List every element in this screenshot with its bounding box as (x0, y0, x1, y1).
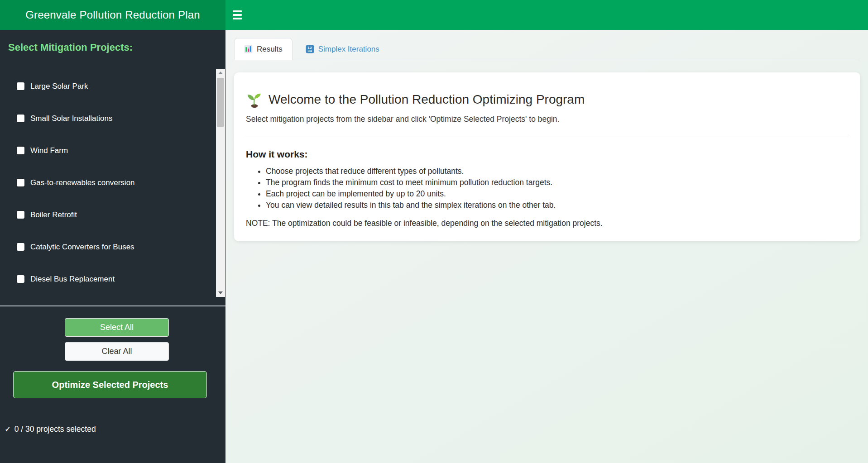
project-checkbox[interactable] (17, 275, 24, 283)
main-content: Results 12 34 Simplex Iterations Welcome… (225, 30, 868, 463)
tab-simplex-iterations[interactable]: 12 34 Simplex Iterations (296, 38, 389, 60)
header-title-zone: Greenvale Pollution Reduction Plan (0, 0, 225, 30)
tab-results[interactable]: Results (234, 38, 293, 60)
app-header: Greenvale Pollution Reduction Plan (0, 0, 868, 30)
project-label: Catalytic Converters for Buses (30, 243, 134, 252)
project-label: Gas-to-renewables conversion (30, 178, 135, 187)
scroll-up-icon[interactable] (216, 69, 225, 77)
project-list: Large Solar Park Small Solar Installatio… (0, 69, 225, 297)
project-row-small-solar-installations[interactable]: Small Solar Installations (0, 102, 225, 134)
how-it-works-item: The program finds the minimum cost to me… (266, 177, 849, 188)
project-checkbox[interactable] (17, 243, 24, 251)
project-row-wind-farm[interactable]: Wind Farm (0, 134, 225, 167)
clear-all-button[interactable]: Clear All (65, 342, 169, 361)
project-checkbox[interactable] (17, 82, 24, 90)
tab-bar: Results 12 34 Simplex Iterations (234, 38, 859, 60)
project-checkbox[interactable] (17, 115, 24, 122)
project-checkbox[interactable] (17, 147, 24, 154)
how-it-works-item: You can view detailed results in this ta… (266, 200, 849, 211)
project-row-diesel-bus-replacement[interactable]: Diesel Bus Replacement (0, 263, 225, 295)
sidebar-divider (0, 305, 225, 306)
project-label: Small Solar Installations (30, 114, 112, 123)
hamburger-icon[interactable] (233, 9, 243, 21)
how-it-works-list: Choose projects that reduce different ty… (246, 166, 849, 211)
bar-chart-icon (244, 45, 253, 53)
project-checkbox[interactable] (17, 211, 24, 219)
how-it-works-item: Each project can be implemented by up to… (266, 188, 849, 200)
welcome-title: Welcome to the Pollution Reduction Optim… (269, 92, 585, 107)
how-it-works-item: Choose projects that reduce different ty… (266, 166, 849, 177)
sidebar-heading: Select Mitigation Projects: (8, 42, 133, 53)
note-text: NOTE: The optimization could be feasible… (246, 219, 849, 228)
select-all-button[interactable]: Select All (65, 318, 169, 337)
project-row-catalytic-converters[interactable]: Catalytic Converters for Buses (0, 231, 225, 263)
selection-status: ✓ 0 / 30 projects selected (5, 425, 96, 434)
welcome-subtitle: Select mitigation projects from the side… (246, 115, 849, 124)
sidebar: Select Mitigation Projects: Large Solar … (0, 30, 225, 463)
svg-text:34: 34 (307, 49, 312, 53)
project-row-large-solar-park[interactable]: Large Solar Park (0, 70, 225, 102)
project-row-gas-to-renewables[interactable]: Gas-to-renewables conversion (0, 167, 225, 199)
app-title: Greenvale Pollution Reduction Plan (25, 9, 200, 21)
numbers-icon: 12 34 (306, 45, 314, 53)
welcome-heading: Welcome to the Pollution Reduction Optim… (246, 91, 849, 108)
welcome-card: Welcome to the Pollution Reduction Optim… (234, 72, 860, 241)
scroll-down-icon[interactable] (216, 289, 225, 297)
sidebar-scrollbar[interactable] (216, 69, 225, 297)
check-icon: ✓ (5, 425, 11, 434)
project-row-boiler-retrofit[interactable]: Boiler Retrofit (0, 199, 225, 231)
project-label: Boiler Retrofit (30, 210, 77, 220)
project-checkbox[interactable] (17, 179, 24, 186)
project-label: Wind Farm (30, 146, 68, 155)
project-label: Large Solar Park (30, 82, 88, 91)
optimize-selected-projects-button[interactable]: Optimize Selected Projects (13, 371, 207, 398)
tab-simplex-iterations-label: Simplex Iterations (318, 45, 379, 54)
scrollbar-thumb[interactable] (217, 78, 224, 127)
seedling-icon (246, 91, 263, 108)
tab-results-label: Results (257, 45, 283, 54)
selection-status-text: 0 / 30 projects selected (14, 425, 96, 434)
card-divider (246, 137, 849, 137)
how-it-works-title: How it works: (246, 149, 849, 160)
project-label: Diesel Bus Replacement (30, 275, 115, 284)
